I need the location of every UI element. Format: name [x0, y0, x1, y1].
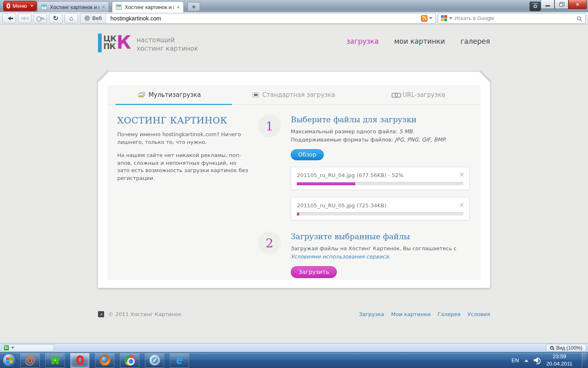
new-tab-button[interactable]: + — [187, 2, 200, 11]
taskbar-app-mailru[interactable]: @ — [20, 353, 40, 368]
nav-item-gallery[interactable]: галерея — [461, 37, 490, 45]
url-field[interactable]: hostingkartinok.com — [106, 15, 421, 22]
footer-link-terms[interactable]: Условия — [468, 311, 490, 317]
taskbar-app-firefox[interactable] — [95, 353, 114, 368]
file-name: 201105_ru_RU_04.jpg (677.56KB) - 52% — [297, 172, 463, 178]
logo-letters: ЦКПК — [103, 35, 116, 50]
restore-button[interactable] — [555, 0, 568, 9]
step-1-badge: 1 — [258, 114, 281, 137]
google-icon[interactable] — [441, 15, 447, 21]
windows-taskbar: @ e EN 23:59 20.04.2011 — [0, 352, 588, 368]
tray-date: 20.04.2011 — [546, 361, 572, 367]
taskbar-app-opera[interactable] — [70, 353, 89, 368]
header-divider — [0, 60, 588, 61]
mailru-agent-icon: @ — [24, 355, 35, 366]
rss-control[interactable] — [421, 15, 435, 22]
tray-time: 23:59 — [553, 353, 566, 359]
chevron-down-icon — [429, 17, 432, 21]
max-size-line: Максимальный размер одного файла: 5 MB. — [291, 128, 446, 136]
close-button[interactable]: ✕ — [568, 0, 587, 9]
taskbar-app-chrome[interactable] — [120, 353, 139, 368]
tab-close-icon[interactable]: × — [177, 4, 180, 10]
footer-link-my-images[interactable]: Мои картинки — [391, 311, 431, 317]
tab-close-icon[interactable]: × — [102, 4, 105, 10]
browser-tab-2-active[interactable]: Хостинг картинок и и... × — [112, 1, 184, 13]
search-input[interactable] — [454, 15, 575, 21]
browser-tab-1[interactable]: Хостинг картинок и и... × — [37, 1, 109, 12]
taskbar-app-safari[interactable] — [145, 353, 164, 368]
logo-bar — [98, 34, 102, 52]
file-row: 201105_ru_RU_04.jpg (677.56KB) - 52% × — [291, 167, 470, 190]
show-desktop-button[interactable] — [582, 352, 586, 368]
site-logo[interactable]: ЦКПК К настоящийхостинг картинок — [98, 34, 198, 53]
file-list: 201105_ru_RU_04.jpg (677.56KB) - 52% × 2… — [291, 167, 470, 220]
closed-tabs-trash-button[interactable]: ♻ — [530, 2, 541, 11]
home-button[interactable]: ⌂ — [65, 13, 78, 23]
chevron-down-icon — [11, 347, 14, 350]
footer-link-upload[interactable]: Загрузка — [359, 311, 384, 317]
chrome-icon — [125, 355, 135, 366]
formats-line: Поддерживаемые форматы файлов: JPG, PNG,… — [291, 136, 446, 144]
images-stack-icon — [138, 92, 145, 98]
upload-panel: Мультизагрузка Стандартная загрузка URL-… — [107, 85, 481, 280]
system-tray: EN 23:59 20.04.2011 — [512, 352, 588, 368]
taskbar-app-ie[interactable]: e — [170, 353, 189, 368]
tab-standard-upload[interactable]: Стандартная загрузка — [232, 85, 356, 104]
opera-turbo-button[interactable]: ↻ — [2, 344, 54, 352]
globe-icon — [85, 16, 90, 21]
turbo-sync-icon: ↻ — [4, 345, 9, 350]
zoom-icon — [550, 346, 554, 350]
intro-title: ХОСТИНГ КАРТИНОК — [117, 115, 249, 126]
restore-icon — [559, 3, 563, 7]
minimize-button[interactable] — [541, 0, 555, 9]
terms-link[interactable]: Условиями использования сервиса — [291, 254, 389, 260]
footer-links: Загрузка Мои картинки Галерея Условия — [359, 311, 490, 317]
back-icon — [6, 16, 13, 20]
wand-password-button[interactable] — [33, 13, 47, 23]
zoom-view-button[interactable]: Вид (100%) — [546, 344, 586, 352]
nav-item-upload[interactable]: загрузка — [346, 37, 379, 45]
upload-card: Мультизагрузка Стандартная загрузка URL-… — [98, 72, 490, 288]
step-1: 1 Выберите файлы для загрузки Максимальн… — [258, 114, 470, 160]
opera-menu-button[interactable]: Меню — [3, 1, 37, 11]
zoom-label: Вид (100%) — [556, 345, 582, 351]
search-icon[interactable] — [577, 16, 581, 20]
browse-button[interactable]: Обзор — [291, 149, 324, 160]
language-indicator[interactable]: EN — [512, 357, 519, 364]
browser-toolbar: ↻ ⌂ Веб hostingkartinok.com — [0, 12, 588, 25]
steps-column: 1 Выберите файлы для загрузки Максимальн… — [258, 114, 470, 278]
hidden-icons-arrow[interactable] — [524, 357, 528, 362]
home-icon: ⌂ — [69, 15, 74, 22]
tab-title: Хостинг картинок и и... — [125, 4, 174, 10]
opera-logo-icon — [7, 3, 10, 9]
taskbar-app-icq[interactable] — [45, 353, 65, 368]
chevron-down-icon — [30, 5, 33, 9]
tab-multi-upload[interactable]: Мультизагрузка — [107, 85, 232, 104]
copyright-text: © 2011 Хостинг Картинок — [108, 311, 182, 317]
tab-url-upload[interactable]: URL-загрузка — [356, 85, 481, 104]
remove-file-icon[interactable]: × — [459, 171, 464, 178]
up-arrow-icon[interactable]: ↗ — [98, 311, 104, 317]
step-1-title: Выберите файлы для загрузки — [291, 115, 446, 124]
window-controls: ✕ — [541, 0, 587, 9]
step-2-badge: 2 — [258, 231, 281, 254]
security-badge[interactable]: Веб — [80, 13, 106, 23]
upload-tabs: Мультизагрузка Стандартная загрузка URL-… — [107, 85, 481, 105]
clock[interactable]: 23:59 20.04.2011 — [546, 353, 572, 368]
file-name: 201105_ru_RU_05.jpg (725.34KB) — [297, 202, 463, 209]
start-button[interactable] — [2, 353, 16, 367]
terms-line: Загружая файлы на Хостинг Картинок, Вы с… — [291, 245, 457, 261]
nav-item-my-images[interactable]: мои картинки — [394, 37, 445, 45]
forward-button[interactable] — [18, 13, 31, 23]
address-bar[interactable]: Веб hostingkartinok.com — [80, 13, 436, 24]
chevron-down-icon[interactable] — [449, 17, 452, 21]
upload-button[interactable]: Загрузить — [291, 266, 337, 278]
logo-accent-letter: К — [116, 34, 130, 52]
footer-link-gallery[interactable]: Галерея — [437, 311, 460, 317]
volume-icon[interactable] — [534, 357, 541, 363]
back-button[interactable] — [2, 13, 16, 23]
reload-button[interactable]: ↻ — [49, 13, 62, 23]
key-icon — [36, 16, 44, 20]
badge-label: Веб — [92, 15, 102, 21]
remove-file-icon[interactable]: × — [459, 201, 464, 209]
